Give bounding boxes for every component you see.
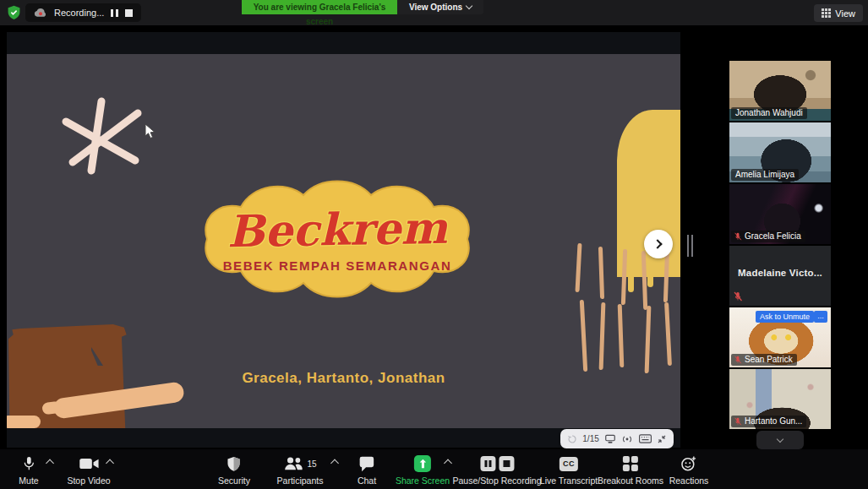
muted-mic-icon bbox=[734, 356, 742, 364]
pause-recording-square-icon bbox=[480, 456, 495, 471]
broadcast-icon[interactable] bbox=[621, 434, 633, 444]
muted-mic-icon bbox=[734, 417, 742, 426]
muted-mic-icon bbox=[733, 291, 743, 302]
mute-button[interactable]: Mute bbox=[19, 454, 38, 486]
exit-fullscreen-icon[interactable] bbox=[657, 434, 667, 444]
share-screen-icon bbox=[414, 455, 431, 472]
encryption-shield-icon bbox=[7, 5, 21, 20]
tan-line-doodle bbox=[618, 304, 625, 367]
pause-recording-icon[interactable] bbox=[111, 9, 118, 17]
yellow-drip bbox=[647, 275, 653, 287]
participant-name: Hartanto Gun... bbox=[745, 416, 802, 426]
ask-to-unmute-button[interactable]: Ask to Unmute bbox=[756, 311, 814, 323]
gallery-view-icon bbox=[822, 8, 831, 18]
next-slide-button[interactable] bbox=[644, 230, 673, 258]
brand-subtitle: BEBEK REMPAH SEMARANGAN bbox=[223, 258, 452, 273]
tan-line-doodle bbox=[580, 300, 587, 372]
participant-more-button[interactable]: ... bbox=[814, 311, 827, 323]
stop-recording-square-icon bbox=[499, 456, 514, 471]
participants-panel: Jonathan Wahjudi Amelia Limijaya Gracela… bbox=[729, 61, 831, 431]
participants-options-chevron[interactable] bbox=[330, 459, 339, 468]
meeting-top-bar: Recording... You are viewing Gracela Fel… bbox=[0, 0, 868, 25]
reactions-button[interactable]: Reactions bbox=[669, 454, 709, 486]
share-screen-button[interactable]: Share Screen bbox=[396, 454, 450, 486]
tan-line-doodle bbox=[664, 302, 672, 366]
view-options-dropdown[interactable]: View Options bbox=[397, 0, 483, 14]
participants-button[interactable]: 15 Participants bbox=[277, 454, 324, 486]
tan-line-doodle bbox=[598, 247, 604, 299]
mute-options-chevron[interactable] bbox=[46, 459, 54, 468]
participant-tile-gracela[interactable]: Gracela Felicia bbox=[729, 184, 831, 244]
panel-drag-handle[interactable] bbox=[687, 235, 693, 257]
recording-label: Recording... bbox=[54, 8, 104, 18]
stop-recording-icon[interactable] bbox=[125, 9, 133, 17]
yellow-drip bbox=[628, 275, 634, 292]
stop-video-button[interactable]: Stop Video bbox=[67, 454, 110, 486]
recording-indicator: Recording... bbox=[25, 3, 141, 22]
breakout-rooms-grid-icon bbox=[623, 456, 638, 471]
asterisk-doodle bbox=[57, 95, 150, 177]
scroll-participants-button[interactable] bbox=[756, 431, 804, 449]
participant-tile-madelaine[interactable]: Madelaine Victo... bbox=[729, 246, 831, 306]
closed-captions-icon: CC bbox=[560, 457, 578, 471]
tan-line-doodle bbox=[645, 306, 652, 373]
view-button[interactable]: View bbox=[814, 4, 863, 22]
participant-tile-hartanto[interactable]: Hartanto Gun... bbox=[729, 369, 831, 429]
participant-name: Gracela Felicia bbox=[745, 231, 801, 241]
presentation-slide: Beckrem BEBEK REMPAH SEMARANGAN Gracela,… bbox=[7, 54, 680, 428]
participant-name: Madelaine Victo... bbox=[729, 268, 831, 278]
participant-tile-sean[interactable]: Ask to Unmute ... Sean Patrick bbox=[729, 307, 831, 367]
microphone-icon bbox=[22, 454, 35, 473]
chevron-right-icon bbox=[652, 239, 662, 248]
breakout-rooms-button[interactable]: Breakout Rooms bbox=[598, 454, 663, 486]
restart-presentation-icon[interactable] bbox=[567, 434, 577, 444]
brand-badge: Beckrem BEBEK REMPAH SEMARANGAN bbox=[180, 170, 494, 308]
tan-line-doodle bbox=[599, 302, 606, 370]
live-transcript-button[interactable]: CC Live Transcript bbox=[540, 454, 598, 486]
present-display-icon[interactable] bbox=[604, 434, 616, 444]
participant-tile-jonathan[interactable]: Jonathan Wahjudi bbox=[729, 61, 831, 121]
tan-line-doodle bbox=[621, 249, 627, 305]
chat-bubble-icon bbox=[358, 454, 375, 473]
rolling-pin-end bbox=[7, 416, 41, 428]
tan-line-doodle bbox=[575, 243, 581, 292]
zoom-meeting-window: Recording... You are viewing Gracela Fel… bbox=[0, 0, 868, 489]
view-options-label: View Options bbox=[409, 3, 462, 12]
page-indicator: 1/15 bbox=[582, 434, 598, 443]
chat-button[interactable]: Chat bbox=[358, 454, 376, 486]
security-shield-icon bbox=[227, 454, 242, 473]
participant-name: Jonathan Wahjudi bbox=[735, 108, 803, 117]
mouse-cursor bbox=[145, 123, 156, 139]
pause-stop-recording-button[interactable]: Pause/Stop Recording bbox=[452, 454, 541, 486]
participant-tile-amelia[interactable]: Amelia Limijaya bbox=[729, 122, 831, 182]
brand-title: Beckrem bbox=[227, 205, 447, 253]
participants-count: 15 bbox=[307, 459, 316, 469]
presentation-controls: 1/15 bbox=[560, 429, 674, 448]
recording-cloud-icon bbox=[34, 8, 47, 18]
chevron-down-icon bbox=[777, 435, 783, 442]
meeting-toolbar: Mute Stop Video Security 15 Participants bbox=[0, 449, 868, 489]
participant-name: Amelia Limijaya bbox=[735, 170, 794, 179]
reactions-smiley-icon bbox=[680, 454, 697, 473]
security-button[interactable]: Security bbox=[218, 454, 250, 486]
view-button-label: View bbox=[835, 8, 855, 19]
camera-icon bbox=[79, 454, 99, 473]
keyboard-shortcuts-icon[interactable] bbox=[639, 434, 652, 443]
muted-mic-icon bbox=[734, 232, 742, 241]
viewing-banner: You are viewing Gracela Felicia's screen bbox=[242, 0, 397, 14]
participants-icon: 15 bbox=[283, 454, 316, 473]
participant-name: Sean Patrick bbox=[745, 355, 793, 364]
chevron-down-icon bbox=[466, 3, 472, 9]
